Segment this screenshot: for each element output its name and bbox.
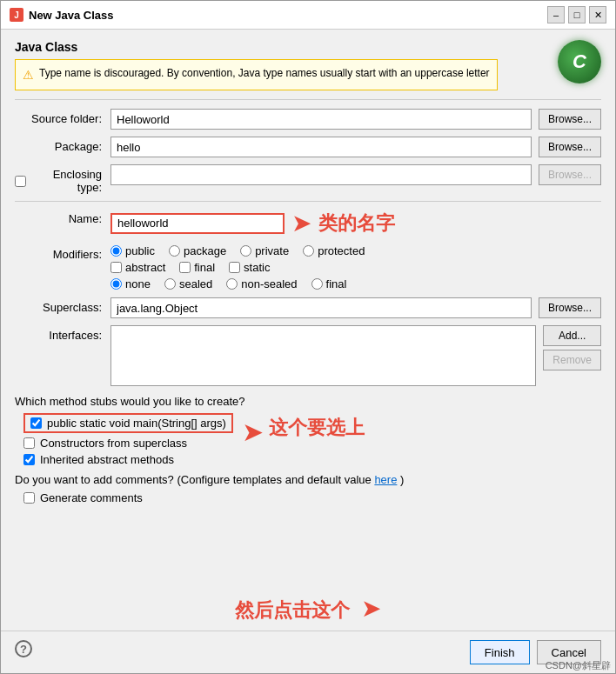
modifier-non-sealed-label: non-sealed xyxy=(241,277,297,290)
modifier-public-radio[interactable] xyxy=(110,245,122,257)
comments-items: Generate comments xyxy=(15,491,601,504)
bottom-arrow-icon: ➤ xyxy=(361,595,381,622)
modifiers-control: public package private protected xyxy=(110,244,365,290)
interfaces-add-button[interactable]: Add... xyxy=(543,325,601,346)
modifier-abstract[interactable]: abstract xyxy=(110,261,165,274)
eclipse-logo: C xyxy=(558,40,601,83)
name-label: Name: xyxy=(15,209,110,225)
header-section: Java Class ⚠ Type name is discouraged. B… xyxy=(15,40,601,90)
superclass-control: Browse... xyxy=(110,297,601,318)
watermark: CSDN@斜星辟 xyxy=(546,659,611,672)
superclass-browse-button[interactable]: Browse... xyxy=(539,297,601,318)
enclosing-type-input[interactable] xyxy=(110,164,532,185)
java-icon: J xyxy=(10,8,23,22)
comments-question-end: ) xyxy=(400,473,404,486)
stub-main-item[interactable]: public static void main(String[] args) xyxy=(23,413,233,433)
warning-icon: ⚠ xyxy=(23,66,34,84)
comments-question: Do you want to add comments? (Configure … xyxy=(15,473,601,486)
modifier-sealed[interactable]: sealed xyxy=(164,277,212,290)
package-browse-button[interactable]: Browse... xyxy=(539,137,601,157)
modifier-final3[interactable]: final xyxy=(311,277,347,290)
package-label: Package: xyxy=(15,137,110,153)
modifier-private-label: private xyxy=(255,244,289,257)
modifier-final3-label: final xyxy=(326,277,347,290)
interfaces-row: Interfaces: Add... Remove xyxy=(15,325,601,386)
modifier-private-radio[interactable] xyxy=(240,245,251,257)
stub-constructors-checkbox[interactable] xyxy=(23,437,35,449)
superclass-label: Superclass: xyxy=(15,297,110,314)
form-separator xyxy=(15,201,601,202)
modifiers-row: Modifiers: public package xyxy=(15,244,601,290)
enclosing-type-control: Browse... xyxy=(110,164,601,185)
modifier-non-sealed[interactable]: non-sealed xyxy=(226,277,297,290)
comments-link[interactable]: here xyxy=(374,473,397,486)
name-control: ➤ 类的名字 xyxy=(110,209,601,237)
stub-inherited-item[interactable]: Inherited abstract methods xyxy=(23,453,233,466)
stubs-arrow-area: public static void main(String[] args) C… xyxy=(15,413,601,466)
enclosing-type-row: Enclosing type: Browse... xyxy=(15,164,601,194)
modifier-private[interactable]: private xyxy=(240,244,289,257)
warning-text: Type name is discouraged. By convention,… xyxy=(39,65,490,81)
generate-comments-label: Generate comments xyxy=(40,491,143,504)
new-java-class-dialog: J New Java Class – □ ✕ Java Class ⚠ Type… xyxy=(0,0,616,674)
modifier-final-label: final xyxy=(194,261,215,274)
package-row: Package: Browse... xyxy=(15,137,601,157)
name-arrow-icon: ➤ xyxy=(291,209,311,237)
source-folder-input[interactable] xyxy=(110,109,532,130)
enclosing-type-browse-button[interactable]: Browse... xyxy=(539,164,601,185)
package-control: Browse... xyxy=(110,137,601,157)
interfaces-control: Add... Remove xyxy=(110,325,601,386)
dialog-content: Java Class ⚠ Type name is discouraged. B… xyxy=(1,30,615,587)
modifier-static-checkbox[interactable] xyxy=(229,262,240,273)
modifier-non-sealed-radio[interactable] xyxy=(226,278,238,290)
select-arrow-icon: ➤ xyxy=(242,417,264,447)
modifiers-label: Modifiers: xyxy=(15,244,110,261)
modifier-line-3: none sealed non-sealed final xyxy=(110,277,365,290)
source-folder-control: Browse... xyxy=(110,109,601,130)
comments-question-text: Do you want to add comments? (Configure … xyxy=(15,473,372,486)
form-section: Source folder: Browse... Package: Browse… xyxy=(15,99,601,504)
package-input[interactable] xyxy=(110,137,532,157)
source-folder-label: Source folder: xyxy=(15,109,110,125)
modifier-sealed-radio[interactable] xyxy=(164,278,176,290)
section-title: Java Class xyxy=(15,40,498,54)
stubs-question: Which method stubs would you like to cre… xyxy=(15,395,601,408)
enclosing-type-label-area: Enclosing type: xyxy=(15,164,110,194)
generate-comments-item[interactable]: Generate comments xyxy=(23,491,601,504)
minimize-button[interactable]: – xyxy=(547,6,565,23)
close-button[interactable]: ✕ xyxy=(589,6,606,23)
restore-button[interactable]: □ xyxy=(568,6,586,23)
source-folder-browse-button[interactable]: Browse... xyxy=(539,109,601,130)
dialog-footer: ? Finish Cancel xyxy=(1,631,615,673)
modifier-public[interactable]: public xyxy=(110,244,155,257)
modifier-final[interactable]: final xyxy=(179,261,215,274)
modifier-none[interactable]: none xyxy=(110,277,151,290)
superclass-input[interactable] xyxy=(110,297,532,318)
enclosing-type-checkbox[interactable] xyxy=(15,176,26,187)
interfaces-listbox xyxy=(110,325,536,386)
modifier-protected-radio[interactable] xyxy=(303,245,314,257)
modifier-package[interactable]: package xyxy=(169,244,226,257)
modifier-final-checkbox[interactable] xyxy=(179,262,191,273)
modifier-package-radio[interactable] xyxy=(169,245,180,257)
finish-button[interactable]: Finish xyxy=(470,640,530,664)
generate-comments-checkbox[interactable] xyxy=(23,492,35,504)
modifier-line-2: abstract final static xyxy=(110,261,365,274)
modifier-abstract-checkbox[interactable] xyxy=(110,262,122,273)
superclass-row: Superclass: Browse... xyxy=(15,297,601,318)
stub-constructors-item[interactable]: Constructors from superclass xyxy=(23,437,233,450)
modifier-public-label: public xyxy=(125,244,155,257)
stub-inherited-checkbox[interactable] xyxy=(23,454,35,465)
stub-inherited-label: Inherited abstract methods xyxy=(40,453,174,466)
modifier-line-1: public package private protected xyxy=(110,244,365,257)
help-button[interactable]: ? xyxy=(15,640,32,657)
interfaces-label: Interfaces: xyxy=(15,325,110,342)
name-input[interactable] xyxy=(110,213,285,234)
modifier-protected[interactable]: protected xyxy=(303,244,365,257)
modifier-static[interactable]: static xyxy=(229,261,270,274)
modifier-final3-radio[interactable] xyxy=(311,278,323,290)
modifier-none-radio[interactable] xyxy=(110,278,122,290)
stub-main-checkbox[interactable] xyxy=(30,417,42,429)
interfaces-remove-button[interactable]: Remove xyxy=(543,350,601,370)
bottom-annotation-area: 然后点击这个 ➤ xyxy=(1,587,615,631)
